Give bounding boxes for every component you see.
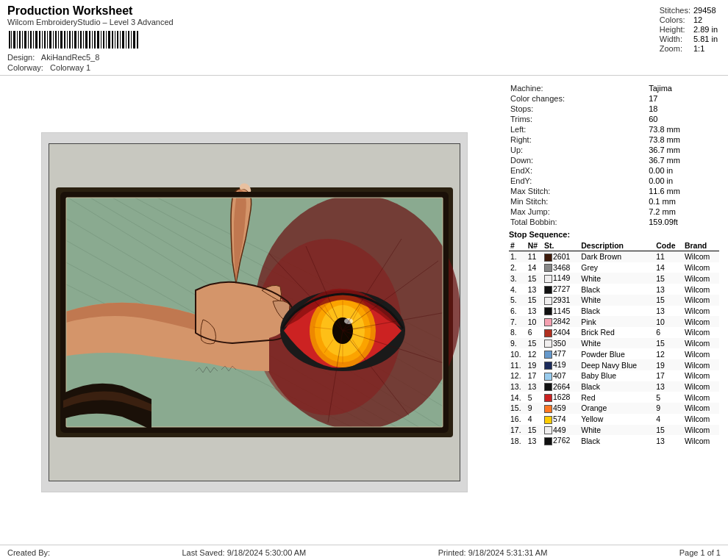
- svg-rect-45: [133, 31, 135, 49]
- color-st: 2727: [543, 284, 579, 295]
- svg-rect-1: [11, 31, 12, 49]
- color-num: 3.: [509, 273, 527, 284]
- color-st: 1145: [543, 306, 579, 317]
- footer: Created By: Last Saved: 9/18/2024 5:30:0…: [0, 545, 728, 560]
- color-table-row: 5. 15 2931 White 15 Wilcom: [509, 295, 719, 306]
- color-st: 3468: [543, 262, 579, 273]
- width-label: Width:: [660, 35, 693, 44]
- color-table-row: 8. 6 2404 Brick Red 6 Wilcom: [509, 327, 719, 338]
- color-table-row: 16. 4 574 Yellow 4 Wilcom: [509, 414, 719, 425]
- color-table-row: 7. 10 2842 Pink 10 Wilcom: [509, 316, 719, 327]
- color-code: 17: [654, 370, 683, 381]
- colorway-info: Colorway: Colorway 1: [7, 63, 174, 72]
- color-brand: Wilcom: [683, 262, 719, 273]
- color-num: 6.: [509, 306, 527, 317]
- color-st: 2404: [543, 327, 579, 338]
- color-num: 1.: [509, 251, 527, 262]
- barcode-svg: [7, 29, 140, 50]
- color-code: 13: [654, 435, 683, 446]
- color-table-row: 2. 14 3468 Grey 14 Wilcom: [509, 262, 719, 273]
- color-num: 8.: [509, 327, 527, 338]
- color-n: 11: [527, 251, 543, 262]
- color-swatch: [544, 307, 552, 315]
- color-code: 9: [654, 403, 683, 414]
- colors-label: Colors:: [660, 15, 693, 25]
- color-brand: Wilcom: [683, 414, 719, 425]
- svg-rect-36: [108, 31, 110, 49]
- color-st: 477: [543, 348, 579, 359]
- svg-rect-15: [49, 31, 51, 49]
- color-num: 5.: [509, 295, 527, 306]
- color-table-row: 14. 5 1628 Red 5 Wilcom: [509, 392, 719, 403]
- info-value: 11.6 mm: [647, 186, 719, 196]
- svg-rect-39: [117, 31, 118, 49]
- machine-info-row: Max Stitch:11.6 mm: [509, 186, 719, 196]
- info-value: 36.7 mm: [647, 155, 719, 165]
- stitches-label: Stitches:: [660, 6, 693, 15]
- color-table: # N# St. Description Code Brand 1. 11 26…: [509, 240, 719, 446]
- info-value: Tajima: [647, 83, 719, 93]
- embroidery-image: [41, 132, 468, 492]
- color-st: 449: [543, 425, 579, 436]
- machine-info-row: Color changes:17: [509, 93, 719, 104]
- col-st: St.: [543, 240, 579, 251]
- color-swatch: [544, 286, 552, 294]
- color-code: 19: [654, 359, 683, 370]
- machine-info-row: Min Stitch:0.1 mm: [509, 196, 719, 207]
- color-n: 15: [527, 295, 543, 306]
- machine-info-row: Right:73.8 mm: [509, 134, 719, 145]
- color-brand: Wilcom: [683, 306, 719, 317]
- svg-rect-34: [103, 31, 104, 49]
- info-label: Stops:: [509, 104, 647, 114]
- info-label: Min Stitch:: [509, 196, 647, 207]
- artwork-svg: [49, 143, 460, 481]
- svg-rect-3: [17, 31, 18, 49]
- color-desc: Baby Blue: [579, 370, 654, 381]
- colorway-value: Colorway 1: [50, 63, 90, 72]
- color-num: 14.: [509, 392, 527, 403]
- color-desc: White: [579, 295, 654, 306]
- color-desc: White: [579, 338, 654, 349]
- color-swatch: [544, 329, 552, 337]
- color-code: 6: [654, 327, 683, 338]
- color-swatch: [544, 275, 552, 283]
- color-num: 13.: [509, 381, 527, 392]
- color-code: 14: [654, 262, 683, 273]
- col-num: #: [509, 240, 527, 251]
- info-label: Left:: [509, 124, 647, 134]
- svg-rect-37: [112, 31, 113, 49]
- machine-info-row: Left:73.8 mm: [509, 124, 719, 134]
- document-title: Production Worksheet: [7, 4, 174, 18]
- color-brand: Wilcom: [683, 273, 719, 284]
- color-swatch: [544, 297, 552, 305]
- color-num: 12.: [509, 370, 527, 381]
- last-saved-label: Last Saved:: [182, 548, 224, 557]
- info-label: Max Stitch:: [509, 186, 647, 196]
- color-n: 13: [527, 381, 543, 392]
- color-n: 15: [527, 338, 543, 349]
- color-st: 459: [543, 403, 579, 414]
- color-n: 14: [527, 262, 543, 273]
- svg-rect-23: [72, 31, 73, 49]
- color-st: 2601: [543, 251, 579, 262]
- svg-rect-27: [83, 31, 84, 49]
- color-num: 11.: [509, 359, 527, 370]
- svg-rect-8: [30, 31, 32, 49]
- color-code: 13: [654, 381, 683, 392]
- stop-sequence-title: Stop Sequence:: [509, 230, 719, 239]
- color-n: 17: [527, 370, 543, 381]
- colorway-label: Colorway:: [7, 63, 43, 72]
- color-brand: Wilcom: [683, 316, 719, 327]
- info-value: 7.2 mm: [647, 207, 719, 217]
- color-n: 12: [527, 348, 543, 359]
- color-desc: Pink: [579, 316, 654, 327]
- color-brand: Wilcom: [683, 348, 719, 359]
- color-table-row: 11. 19 419 Deep Navy Blue 19 Wilcom: [509, 359, 719, 370]
- color-desc: Grey: [579, 262, 654, 273]
- svg-rect-4: [19, 31, 21, 49]
- color-brand: Wilcom: [683, 435, 719, 446]
- info-value: 0.00 in: [647, 176, 719, 186]
- svg-rect-28: [85, 31, 88, 49]
- machine-info-row: EndX:0.00 in: [509, 165, 719, 176]
- svg-rect-13: [44, 31, 46, 49]
